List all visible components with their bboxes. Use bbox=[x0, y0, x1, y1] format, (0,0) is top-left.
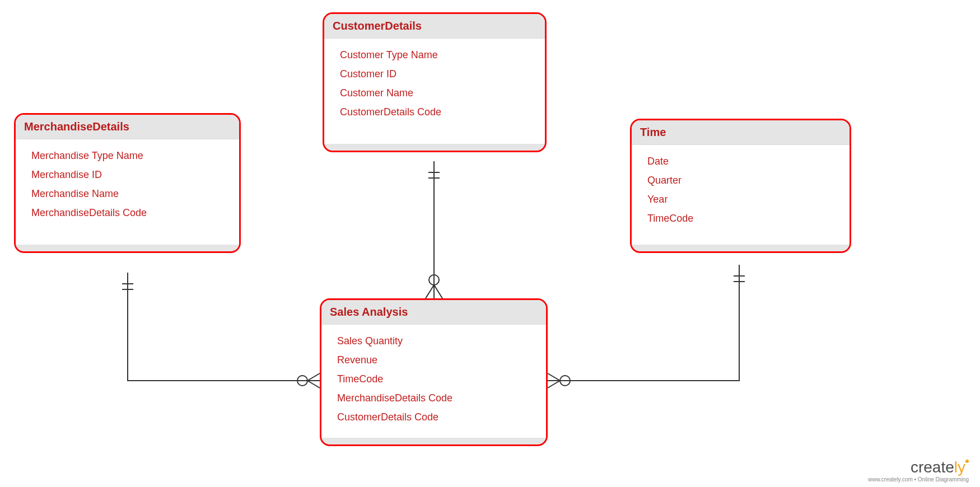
attr-row: Date bbox=[647, 152, 841, 171]
attr-row: Quarter bbox=[647, 171, 841, 190]
svg-point-3 bbox=[429, 275, 439, 285]
svg-line-17 bbox=[548, 381, 560, 388]
brand-text-left: create bbox=[911, 458, 954, 476]
connector-merchandise-sales bbox=[122, 273, 320, 388]
entity-sales[interactable]: Sales Analysis Sales Quantity Revenue Ti… bbox=[320, 298, 548, 446]
svg-line-16 bbox=[548, 373, 560, 381]
brand-subtext: www.creately.com • Online Diagramming bbox=[868, 476, 969, 483]
brand-text-right: ly bbox=[954, 458, 965, 476]
entity-merchandise-title: MerchandiseDetails bbox=[16, 115, 239, 139]
entity-merchandise-attrs: Merchandise Type Name Merchandise ID Mer… bbox=[16, 139, 239, 245]
attr-row: Revenue bbox=[337, 350, 538, 369]
entity-customer-attrs: Customer Type Name Customer ID Customer … bbox=[324, 39, 545, 144]
entity-customer[interactable]: CustomerDetails Customer Type Name Custo… bbox=[323, 12, 547, 152]
attr-row: Customer ID bbox=[340, 64, 536, 83]
attr-row: Customer Name bbox=[340, 83, 536, 102]
svg-line-5 bbox=[434, 285, 442, 298]
brand-logo: creately bbox=[868, 458, 969, 476]
attr-row: Customer Type Name bbox=[340, 45, 536, 64]
entity-time-title: Time bbox=[632, 120, 850, 145]
attr-row: Merchandise Name bbox=[31, 184, 231, 203]
svg-line-11 bbox=[307, 381, 320, 388]
svg-line-10 bbox=[307, 373, 320, 381]
entity-sales-attrs: Sales Quantity Revenue TimeCode Merchand… bbox=[321, 325, 546, 438]
bulb-icon bbox=[965, 460, 969, 463]
entity-time[interactable]: Time Date Quarter Year TimeCode bbox=[630, 119, 851, 253]
attr-row: Merchandise Type Name bbox=[31, 146, 231, 165]
entity-footer bbox=[16, 245, 239, 251]
attr-row: TimeCode bbox=[337, 369, 538, 388]
svg-point-15 bbox=[560, 376, 570, 386]
attr-row: CustomerDetails Code bbox=[340, 102, 536, 121]
svg-line-4 bbox=[426, 285, 434, 298]
entity-footer bbox=[632, 245, 850, 251]
attr-row: Merchandise ID bbox=[31, 165, 231, 184]
attr-row: Sales Quantity bbox=[337, 331, 538, 350]
entity-merchandise[interactable]: MerchandiseDetails Merchandise Type Name… bbox=[14, 113, 241, 253]
entity-footer bbox=[324, 144, 545, 151]
attr-row: CustomerDetails Code bbox=[337, 408, 538, 427]
creately-watermark: creately www.creately.com • Online Diagr… bbox=[868, 458, 969, 483]
entity-time-attrs: Date Quarter Year TimeCode bbox=[632, 145, 850, 245]
entity-customer-title: CustomerDetails bbox=[324, 14, 545, 39]
attr-row: Year bbox=[647, 190, 841, 209]
svg-point-9 bbox=[297, 376, 307, 386]
attr-row: TimeCode bbox=[647, 209, 841, 228]
connector-time-sales bbox=[548, 265, 745, 388]
connector-customer-sales bbox=[426, 161, 442, 298]
attr-row: MerchandiseDetails Code bbox=[337, 388, 538, 408]
attr-row: MerchandiseDetails Code bbox=[31, 203, 231, 222]
entity-footer bbox=[321, 438, 546, 444]
entity-sales-title: Sales Analysis bbox=[321, 300, 546, 325]
